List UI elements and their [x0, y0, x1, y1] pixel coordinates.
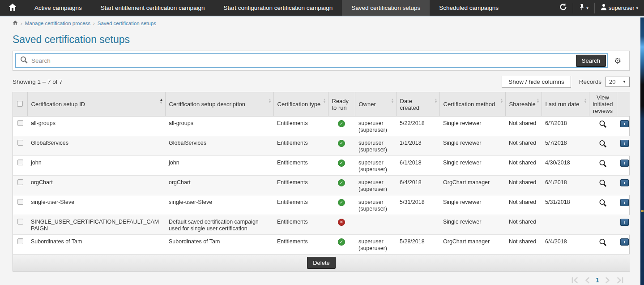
cell-ready-to-run: ✓	[328, 156, 355, 176]
cell-setup-description: all-groups	[165, 117, 273, 136]
pagination-first-icon[interactable]	[571, 277, 579, 284]
view-initiated-reviews-icon[interactable]	[599, 160, 607, 169]
nav-item-label: Scheduled campaigns	[439, 4, 499, 11]
pin-menu-button[interactable]: ▾	[573, 0, 594, 16]
search-settings-button[interactable]: ⚙	[608, 53, 627, 68]
pagination-current-page[interactable]: 1	[596, 276, 599, 284]
view-initiated-reviews-icon[interactable]	[599, 140, 607, 150]
pagination-prev-icon[interactable]	[584, 277, 590, 284]
cell-shareable: Not shared	[505, 117, 542, 136]
row-checkbox[interactable]	[17, 140, 23, 146]
cell-certification-method: Single reviewer	[439, 215, 505, 235]
cell-certification-type: Entitlements	[273, 156, 328, 176]
cell-view-reviews	[589, 215, 617, 235]
search-button[interactable]: Search	[576, 55, 606, 67]
col-shareable[interactable]: Shareable ▲▼	[505, 92, 542, 117]
col-label: Shareable	[509, 101, 536, 108]
nav-home-button[interactable]	[0, 0, 25, 16]
gear-icon: ⚙	[614, 56, 621, 66]
open-row-button[interactable]: ›	[620, 219, 629, 226]
open-row-button[interactable]: ›	[620, 120, 629, 127]
breadcrumb-link-saved-setups[interactable]: Saved certification setups	[98, 21, 156, 26]
col-ready-to-run: Ready to run	[328, 92, 355, 117]
user-menu-button[interactable]: superuser ▾	[595, 0, 644, 16]
view-initiated-reviews-icon[interactable]	[599, 179, 607, 189]
col-actions	[617, 92, 630, 117]
col-label: Last run date	[546, 101, 580, 108]
pagination-last-icon[interactable]	[616, 277, 624, 284]
cell-certification-type: Entitlements	[273, 195, 328, 215]
col-owner[interactable]: Owner ▲▼	[355, 92, 396, 117]
records-label: Records	[579, 78, 601, 85]
caret-down-icon: ▾	[586, 6, 589, 10]
view-initiated-reviews-icon[interactable]	[599, 120, 607, 130]
col-label: Certification type	[277, 101, 321, 108]
cell-certification-method: Single reviewer	[439, 117, 505, 136]
caret-down-icon: ▾	[636, 6, 638, 10]
cell-certification-type: Entitlements	[273, 235, 328, 255]
col-date-created[interactable]: Date created ▲▼	[396, 92, 439, 117]
nav-item-active-campaigns[interactable]: Active campaigns	[25, 0, 91, 16]
records-caret-icon: ▼	[623, 80, 626, 84]
row-checkbox[interactable]	[17, 199, 23, 205]
show-hide-columns-button[interactable]: Show / hide columns	[502, 76, 571, 88]
cell-shareable: Not shared	[505, 176, 542, 195]
cell-ready-to-run: ✓	[328, 117, 355, 136]
sort-both-icon: ▲▼	[323, 98, 326, 104]
cell-last-run-date: 6/7/2018	[542, 117, 589, 136]
open-row-button[interactable]: ›	[620, 199, 629, 206]
row-checkbox[interactable]	[17, 179, 23, 185]
cell-certification-method: OrgChart manager	[439, 235, 505, 255]
nav-item-label: Start configuration certification campai…	[223, 4, 333, 11]
view-initiated-reviews-icon[interactable]	[599, 199, 607, 209]
nav-item-label: Active campaigns	[34, 4, 82, 11]
window-edge-scrollbar[interactable]	[640, 17, 644, 285]
col-certification-type[interactable]: Certification type ▲▼	[273, 92, 328, 117]
ready-icon: ✓	[338, 120, 345, 127]
col-last-run-date[interactable]: Last run date ▲▼	[542, 92, 589, 117]
nav-item-start-configuration-certification[interactable]: Start configuration certification campai…	[214, 0, 342, 16]
cell-ready-to-run: ✕	[328, 215, 355, 235]
cell-setup-description: john	[165, 156, 273, 176]
row-checkbox[interactable]	[17, 238, 23, 244]
cell-open: ›	[617, 117, 630, 136]
open-row-button[interactable]: ›	[620, 160, 629, 167]
open-row-button[interactable]: ›	[620, 238, 629, 246]
cell-certification-method: Single reviewer	[439, 136, 505, 156]
open-row-button[interactable]: ›	[620, 179, 629, 186]
search-input[interactable]	[28, 57, 575, 64]
col-label: Owner	[359, 101, 376, 108]
pagination-next-icon[interactable]	[605, 277, 610, 284]
table-body: all-groups all-groups Entitlements ✓ sup…	[13, 117, 630, 255]
nav-item-scheduled-campaigns[interactable]: Scheduled campaigns	[430, 0, 508, 16]
col-setup-description[interactable]: Certification setup description ▲▼	[165, 92, 273, 117]
sort-both-icon: ▲▼	[269, 98, 272, 104]
cell-owner	[355, 215, 396, 235]
cell-view-reviews	[589, 195, 617, 215]
row-checkbox[interactable]	[17, 219, 23, 225]
row-checkbox[interactable]	[17, 120, 23, 126]
refresh-icon	[559, 3, 567, 13]
row-checkbox[interactable]	[17, 160, 23, 165]
nav-item-label: Saved certification setups	[351, 4, 420, 11]
delete-button[interactable]: Delete	[307, 257, 336, 269]
breadcrumb-link-manage-certification[interactable]: Manage certification process	[25, 21, 90, 26]
breadcrumb-separator: ›	[93, 21, 95, 26]
open-row-button[interactable]: ›	[620, 140, 629, 147]
refresh-button[interactable]	[554, 0, 573, 16]
view-initiated-reviews-icon[interactable]	[599, 238, 607, 248]
breadcrumb-home-icon[interactable]	[13, 20, 18, 26]
row-select-cell	[13, 235, 27, 255]
col-setup-id[interactable]: Certification setup ID ▲▼	[27, 92, 165, 117]
col-certification-method[interactable]: Certification method ▲▼	[439, 92, 505, 117]
select-all-checkbox[interactable]	[17, 101, 23, 107]
cell-last-run-date	[542, 215, 589, 235]
cell-owner: superuser (superuser)	[355, 136, 396, 156]
records-per-page-select[interactable]: 20 ▼	[606, 77, 630, 87]
nav-item-start-entitlement-certification[interactable]: Start entitlement certification campaign	[91, 0, 214, 16]
nav-item-saved-certification-setups[interactable]: Saved certification setups	[342, 0, 430, 16]
search-box: Search	[15, 53, 608, 68]
records-value: 20	[609, 78, 615, 85]
cell-last-run-date: 4/30/2018	[542, 156, 589, 176]
col-label: Ready to run	[332, 98, 349, 111]
